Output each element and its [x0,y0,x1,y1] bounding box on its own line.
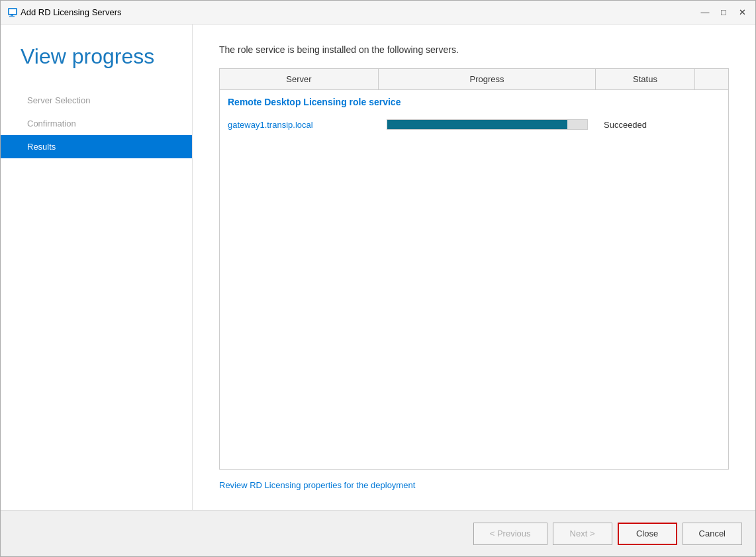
header-progress: Progress [379,69,596,89]
next-button[interactable]: Next > [553,523,612,545]
header-status: Status [596,69,695,89]
sidebar: View progress Server Selection Confirmat… [1,25,193,510]
content-description: The role service is being installed on t… [219,44,729,55]
progress-bar-container [387,119,588,130]
status-cell: Succeeded [596,115,695,135]
progress-cell [379,114,596,135]
sidebar-item-confirmation[interactable]: Confirmation [1,112,192,135]
previous-button[interactable]: < Previous [473,523,547,545]
maximize-button[interactable]: □ [717,6,730,19]
role-service-label: Remote Desktop Licensing role service [220,90,728,114]
cancel-button[interactable]: Cancel [683,523,742,545]
window-title: Add RD Licensing Servers [21,7,698,17]
sidebar-item-results[interactable]: Results [1,135,192,158]
title-bar: Add RD Licensing Servers — □ ✕ [1,1,755,25]
header-extra [695,69,728,89]
close-window-button[interactable]: ✕ [735,6,749,19]
main-content: The role service is being installed on t… [193,25,755,510]
sidebar-item-server-selection[interactable]: Server Selection [1,89,192,112]
footer: < Previous Next > Close Cancel [1,510,755,556]
page-title: View progress [1,44,192,89]
results-table: Server Progress Status Remote Desktop Li… [219,68,729,470]
review-link[interactable]: Review RD Licensing properties for the d… [219,480,729,490]
table-row: gateway1.transip.local Succeeded [220,114,728,135]
svg-rect-2 [11,14,13,16]
app-icon [7,6,21,19]
server-name: gateway1.transip.local [220,115,379,135]
table-header: Server Progress Status [220,69,728,90]
window-controls: — □ ✕ [698,6,749,19]
table-body: Remote Desktop Licensing role service ga… [220,90,728,469]
header-server: Server [220,69,379,89]
main-window: Add RD Licensing Servers — □ ✕ View prog… [0,0,756,557]
minimize-button[interactable]: — [698,6,712,19]
svg-rect-1 [9,9,16,14]
svg-rect-3 [9,16,15,17]
window-body: View progress Server Selection Confirmat… [1,25,755,510]
close-button[interactable]: Close [618,523,677,545]
progress-bar-fill [387,120,567,129]
